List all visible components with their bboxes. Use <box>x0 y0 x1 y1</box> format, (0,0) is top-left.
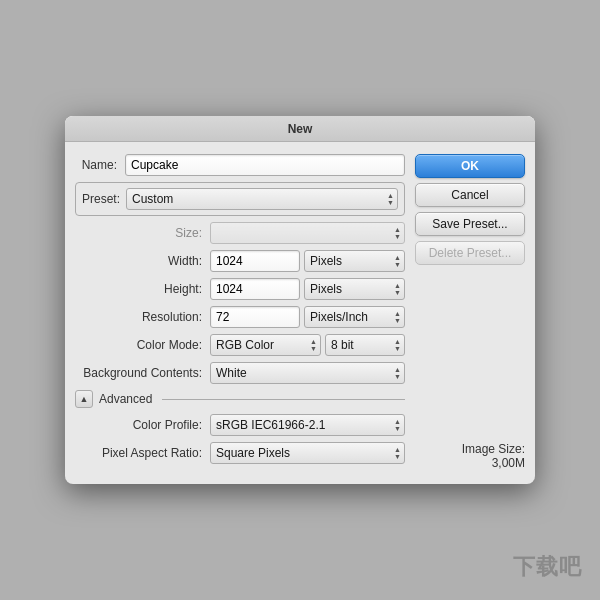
width-unit-select[interactable]: Pixels Inches Centimeters <box>304 250 405 272</box>
size-select[interactable] <box>210 222 405 244</box>
name-input[interactable] <box>125 154 405 176</box>
width-unit-wrap: Pixels Inches Centimeters <box>304 250 405 272</box>
bg-contents-control: White Background Color Transparent <box>210 362 405 384</box>
bg-contents-row: Background Contents: White Background Co… <box>75 362 405 384</box>
height-controls: Pixels Inches <box>210 278 405 300</box>
width-controls: Pixels Inches Centimeters <box>210 250 405 272</box>
new-document-dialog: New Name: Preset: Custom Default Photosh… <box>65 116 535 484</box>
advanced-label: Advanced <box>99 392 152 406</box>
height-unit-wrap: Pixels Inches <box>304 278 405 300</box>
resolution-controls: Pixels/Inch Pixels/Centimeter <box>210 306 405 328</box>
height-input[interactable] <box>210 278 300 300</box>
resolution-unit-select[interactable]: Pixels/Inch Pixels/Centimeter <box>304 306 405 328</box>
color-mode-select[interactable]: Bitmap Grayscale RGB Color CMYK Color La… <box>210 334 321 356</box>
right-panel: OK Cancel Save Preset... Delete Preset..… <box>415 154 525 470</box>
resolution-input[interactable] <box>210 306 300 328</box>
pixel-aspect-row: Pixel Aspect Ratio: Square Pixels D1/DV … <box>75 442 405 464</box>
preset-section: Preset: Custom Default Photoshop Size Le… <box>75 182 405 216</box>
width-row: Width: Pixels Inches Centimeters <box>75 250 405 272</box>
preset-select[interactable]: Custom Default Photoshop Size Letter <box>126 188 398 210</box>
size-dropdown-wrap <box>210 222 405 244</box>
advanced-toggle-icon: ▲ <box>80 394 89 404</box>
ok-button[interactable]: OK <box>415 154 525 178</box>
pixel-aspect-wrap: Square Pixels D1/DV NTSC (0.91) D1/DV PA… <box>210 442 405 464</box>
pixel-aspect-select[interactable]: Square Pixels D1/DV NTSC (0.91) D1/DV PA… <box>210 442 405 464</box>
preset-select-wrap: Custom Default Photoshop Size Letter <box>126 188 398 210</box>
width-input[interactable] <box>210 250 300 272</box>
preset-label: Preset: <box>82 192 120 206</box>
cancel-button[interactable]: Cancel <box>415 183 525 207</box>
resolution-row: Resolution: Pixels/Inch Pixels/Centimete… <box>75 306 405 328</box>
name-row: Name: <box>75 154 405 176</box>
bit-depth-select[interactable]: 8 bit 16 bit 32 bit <box>325 334 405 356</box>
color-profile-label: Color Profile: <box>75 418 210 432</box>
advanced-toggle-button[interactable]: ▲ <box>75 390 93 408</box>
width-label: Width: <box>75 254 210 268</box>
height-unit-select[interactable]: Pixels Inches <box>304 278 405 300</box>
color-mode-wrap: Bitmap Grayscale RGB Color CMYK Color La… <box>210 334 321 356</box>
delete-preset-button: Delete Preset... <box>415 241 525 265</box>
image-size-label: Image Size: <box>415 442 525 456</box>
image-size-value: 3,00M <box>415 456 525 470</box>
size-label: Size: <box>75 226 210 240</box>
advanced-section: ▲ Advanced Color Profile: sRGB IEC61966-… <box>75 390 405 464</box>
color-mode-label: Color Mode: <box>75 338 210 352</box>
height-row: Height: Pixels Inches <box>75 278 405 300</box>
color-profile-select[interactable]: sRGB IEC61966-2.1 Adobe RGB (1998) ProPh… <box>210 414 405 436</box>
resolution-unit-wrap: Pixels/Inch Pixels/Centimeter <box>304 306 405 328</box>
watermark: 下载吧 <box>513 552 582 582</box>
height-label: Height: <box>75 282 210 296</box>
name-input-wrap <box>125 154 405 176</box>
name-label: Name: <box>75 158 125 172</box>
size-select-wrap <box>210 222 405 244</box>
advanced-header: ▲ Advanced <box>75 390 405 408</box>
bit-depth-wrap: 8 bit 16 bit 32 bit <box>325 334 405 356</box>
color-profile-row: Color Profile: sRGB IEC61966-2.1 Adobe R… <box>75 414 405 436</box>
save-preset-button[interactable]: Save Preset... <box>415 212 525 236</box>
color-profile-control: sRGB IEC61966-2.1 Adobe RGB (1998) ProPh… <box>210 414 405 436</box>
color-mode-row: Color Mode: Bitmap Grayscale RGB Color C… <box>75 334 405 356</box>
color-profile-wrap: sRGB IEC61966-2.1 Adobe RGB (1998) ProPh… <box>210 414 405 436</box>
bg-contents-label: Background Contents: <box>75 366 210 380</box>
color-mode-controls: Bitmap Grayscale RGB Color CMYK Color La… <box>210 334 405 356</box>
resolution-label: Resolution: <box>75 310 210 324</box>
pixel-aspect-control: Square Pixels D1/DV NTSC (0.91) D1/DV PA… <box>210 442 405 464</box>
size-row: Size: <box>75 222 405 244</box>
pixel-aspect-label: Pixel Aspect Ratio: <box>75 446 210 460</box>
image-size-info: Image Size: 3,00M <box>415 432 525 470</box>
left-panel: Name: Preset: Custom Default Photoshop S… <box>75 154 405 470</box>
bg-contents-wrap: White Background Color Transparent <box>210 362 405 384</box>
dialog-title: New <box>65 116 535 142</box>
bg-contents-select[interactable]: White Background Color Transparent <box>210 362 405 384</box>
advanced-divider <box>162 399 405 400</box>
